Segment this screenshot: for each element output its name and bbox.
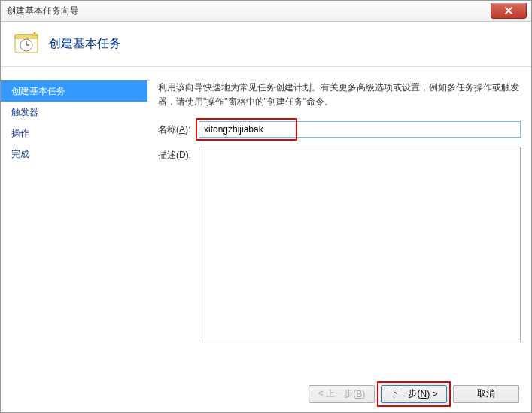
- description-row: 描述(D):: [158, 147, 521, 345]
- titlebar: 创建基本任务向导: [1, 1, 531, 22]
- back-button: < 上一步(B): [309, 385, 375, 403]
- sidebar-item-trigger[interactable]: 触发器: [1, 102, 147, 123]
- sidebar-item-label: 创建基本任务: [11, 86, 65, 96]
- sidebar: 创建基本任务 触发器 操作 完成: [1, 67, 147, 375]
- sidebar-item-label: 完成: [11, 149, 29, 159]
- content-panel: 利用该向导快速地为常见任务创建计划。有关更多高级选项或设置，例如多任务操作或触发…: [147, 67, 531, 375]
- description-text: 利用该向导快速地为常见任务创建计划。有关更多高级选项或设置，例如多任务操作或触发…: [158, 80, 521, 109]
- sidebar-item-finish[interactable]: 完成: [1, 144, 147, 165]
- footer: < 上一步(B) 下一步(N) > 取消: [1, 375, 531, 412]
- next-button[interactable]: 下一步(N) >: [381, 385, 447, 403]
- cancel-button[interactable]: 取消: [453, 385, 519, 403]
- next-button-wrapper: 下一步(N) >: [381, 385, 447, 403]
- description-label: 描述(D):: [158, 147, 199, 162]
- page-title: 创建基本任务: [49, 36, 121, 52]
- svg-marker-6: [32, 32, 35, 35]
- wizard-header: 创建基本任务: [1, 22, 531, 67]
- close-icon: [505, 7, 512, 14]
- description-input-wrapper: [199, 147, 521, 345]
- name-row: 名称(A):: [158, 121, 521, 138]
- description-input[interactable]: [199, 147, 521, 342]
- close-button[interactable]: [491, 3, 527, 19]
- window-title: 创建基本任务向导: [7, 5, 79, 17]
- sidebar-item-label: 操作: [11, 128, 29, 138]
- name-input-wrapper: [199, 121, 521, 138]
- name-input[interactable]: [199, 121, 521, 138]
- svg-marker-5: [35, 32, 38, 35]
- sidebar-item-label: 触发器: [11, 107, 38, 117]
- wizard-body: 创建基本任务 触发器 操作 完成 利用该向导快速地为常见任务创建计划。有关更多高…: [1, 67, 531, 375]
- schedule-icon: [14, 31, 38, 57]
- sidebar-item-create-basic-task[interactable]: 创建基本任务: [1, 80, 147, 102]
- name-label: 名称(A):: [158, 121, 199, 136]
- sidebar-item-action[interactable]: 操作: [1, 123, 147, 144]
